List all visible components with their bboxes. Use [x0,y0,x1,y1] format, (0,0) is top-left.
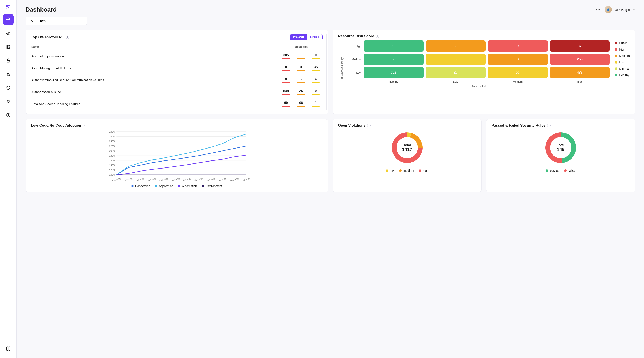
svg-text:120%: 120% [109,169,115,171]
risk-cell[interactable]: 0 [364,41,424,52]
svg-text:Jul 2023: Jul 2023 [218,178,226,181]
table-row[interactable]: Data And Secret Handling Failures90461 [31,98,323,110]
violation-cell: 17 [294,77,307,83]
row-name: Authentication And Secure Communication … [31,78,280,82]
risk-row-label: High [348,45,362,48]
risk-col-label: Healthy [364,80,424,83]
legend-item: passed [546,169,560,172]
risk-cell[interactable]: 6 [426,54,486,65]
filters-label: Filters [37,19,46,23]
svg-text:Nov 2022: Nov 2022 [124,178,133,182]
svg-text:Oct 2022: Oct 2022 [112,178,121,182]
violation-cell: 9 [280,77,292,83]
legend-item: Critical [615,41,630,45]
sidebar-item-visibility[interactable] [3,28,14,39]
svg-text:180%: 180% [109,155,115,157]
table-row[interactable]: Authorization Misuse648250 [31,86,323,98]
topbar: Dashboard 👤 Ben Kliger ▼ [26,6,635,13]
x-axis-label: Security Risk [348,85,610,88]
row-name: Asset Management Failures [31,66,280,70]
risk-cell[interactable]: 3 [488,54,548,65]
funnel-icon [30,19,34,23]
table-row[interactable]: Authentication And Secure Communication … [31,74,323,86]
legend-item: Low [615,61,630,64]
svg-text:Apr 2023: Apr 2023 [183,178,192,182]
help-icon[interactable] [596,7,600,12]
user-menu[interactable]: 👤 Ben Kliger ▼ [604,6,635,13]
sidebar-item-plugin[interactable] [3,96,14,107]
card-title-open-violations: Open Violations [338,123,366,128]
risk-cell[interactable]: 6 [550,41,610,52]
risk-cell[interactable]: 26 [426,67,486,78]
sidebar-item-library[interactable] [3,41,14,53]
svg-text:260%: 260% [109,135,115,138]
card-title-rules: Passed & Failed Security Rules [492,123,546,128]
legend-item: Connection [132,184,150,188]
violation-cell: 648 [280,89,292,95]
violation-cell: 305 [280,53,292,59]
violation-cell: 25 [294,89,307,95]
violation-cell: 6 [310,77,322,83]
info-icon[interactable]: i [376,35,379,38]
row-name: Authorization Misuse [31,90,280,94]
violation-cell: 35 [310,65,322,71]
sidebar-item-dashboard[interactable] [3,14,14,25]
card-open-violations: Open Violations i Total 1417 lowmediumhi… [333,119,482,192]
svg-rect-1 [6,45,8,49]
card-adoption: Low-Code/No-Code Adoption i 100%120%140%… [26,119,328,192]
violation-cell: 0 [310,53,322,59]
svg-text:Aug 2023: Aug 2023 [230,178,239,182]
filters-button[interactable]: Filters [26,17,87,25]
card-owasp: Top OWASP/MITRE i OWASP MITRE Name Viola… [26,30,328,114]
sidebar-item-unlock[interactable] [3,55,14,66]
svg-text:Jun 2023: Jun 2023 [206,178,215,182]
toggle-mitre[interactable]: MITRE [307,34,322,40]
svg-text:200%: 200% [109,150,115,152]
info-icon[interactable]: i [66,36,69,39]
svg-point-4 [6,113,10,117]
svg-text:160%: 160% [109,159,115,162]
svg-rect-3 [7,60,10,62]
sidebar-item-play[interactable] [3,110,14,121]
sidebar-item-docs[interactable] [3,343,14,354]
adoption-legend: ConnectionApplicationAutomationEnvironme… [31,184,323,188]
page-title: Dashboard [26,6,57,13]
violation-cell: 90 [280,101,292,107]
risk-cell[interactable]: 479 [550,67,610,78]
user-name: Ben Kliger [614,8,630,12]
svg-text:Sep 2023: Sep 2023 [242,178,251,182]
donut-open-violations: Total 1417 [390,131,424,165]
risk-cell[interactable]: 58 [364,54,424,65]
card-title-owasp: Top OWASP/MITRE [31,35,64,40]
chevron-down-icon: ▼ [633,9,635,11]
svg-text:240%: 240% [109,140,115,143]
info-icon[interactable]: i [83,124,86,127]
risk-row-label: Low [348,71,362,74]
risk-cell[interactable]: 0 [488,41,548,52]
table-row[interactable]: Account Impersonation30510 [31,50,323,62]
risk-cell[interactable]: 632 [364,67,424,78]
legend-item: Environment [202,184,222,188]
svg-point-6 [598,11,598,11]
svg-text:Dec 2022: Dec 2022 [136,178,144,182]
risk-cell[interactable]: 258 [550,54,610,65]
legend-item: High [615,48,630,51]
sidebar-item-shield[interactable] [3,82,14,93]
legend-item: Minimal [615,67,630,70]
table-row[interactable]: Asset Management Failures0035 [31,62,323,74]
info-icon[interactable]: i [367,124,370,127]
scrollbar[interactable] [326,34,327,110]
svg-point-0 [8,33,9,34]
info-icon[interactable]: i [547,124,550,127]
risk-cell[interactable]: 56 [488,67,548,78]
card-title-adoption: Low-Code/No-Code Adoption [31,123,81,128]
risk-cell[interactable]: 0 [426,41,486,52]
legend-rules: passedfailed [546,169,576,172]
violation-cell: 0 [310,89,322,95]
owasp-table-header: Name Violations [31,44,323,50]
sidebar-item-build[interactable] [3,69,14,80]
toggle-owasp[interactable]: OWASP [290,34,307,40]
legend-item: Medium [615,54,630,58]
svg-text:Jan 2023: Jan 2023 [147,178,156,182]
violation-cell: 1 [294,53,307,59]
